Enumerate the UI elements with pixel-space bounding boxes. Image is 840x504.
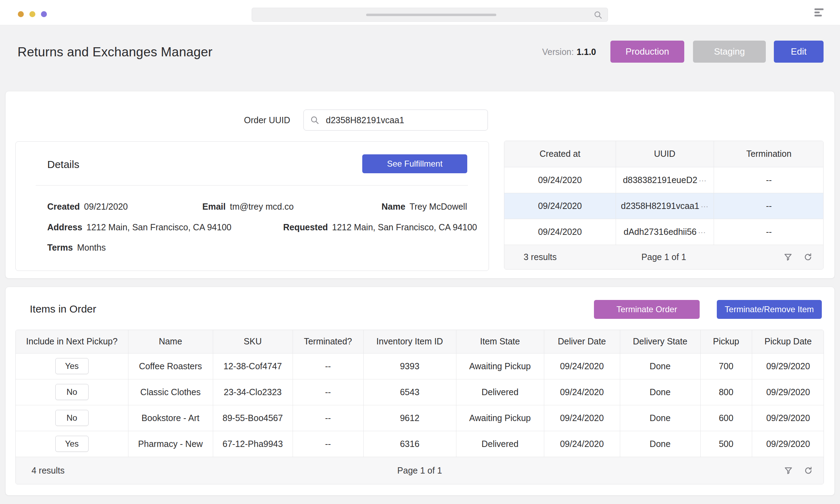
window-controls [18, 11, 47, 17]
field-value: Trey McDowell [410, 202, 467, 211]
cell-created-at: 09/24/2020 [504, 219, 616, 245]
uuid-value: d838382191eueD2 [623, 175, 698, 185]
menu-icon[interactable] [814, 8, 825, 18]
refresh-icon[interactable] [803, 252, 813, 262]
cell-termination: -- [714, 193, 824, 219]
cell-termination: -- [714, 219, 824, 245]
field-value: tm@trey mcd.co [230, 202, 294, 211]
include-toggle-button[interactable]: No [55, 384, 89, 400]
version-info: Version:1.1.0 [542, 47, 596, 57]
orders-table: Created at UUID Termination 09/24/2020 d… [504, 141, 824, 270]
cell-delivery-state: Done [620, 353, 700, 379]
cell-sku: 67-12-Pha9943 [213, 431, 293, 457]
field-label: Name [382, 202, 405, 211]
terminate-remove-item-button[interactable]: Terminate/Remove Item [717, 300, 822, 319]
edit-button[interactable]: Edit [774, 41, 824, 63]
cell-created-at: 09/24/2020 [504, 167, 616, 193]
col-delivery-state: Delivery State [620, 330, 700, 353]
col-terminated: Terminated? [293, 330, 363, 353]
col-name: Name [128, 330, 213, 353]
field-value: 1212 Main, San Francisco, CA 94100 [86, 222, 231, 232]
refresh-icon[interactable] [804, 466, 813, 475]
cell-delivery-state: Done [620, 405, 700, 431]
order-uuid-input-wrap [303, 110, 488, 131]
order-uuid-input[interactable] [326, 115, 473, 125]
col-termination: Termination [714, 141, 824, 167]
cell-item-state: Delivered [456, 431, 544, 457]
cell-created-at: 09/24/2020 [504, 193, 616, 219]
orders-table-footer: 3 results Page 1 of 1 [504, 245, 823, 269]
menu-bar [814, 15, 822, 16]
cell-pickup: 700 [700, 353, 752, 379]
menu-bar [814, 12, 820, 13]
field-name: NameTrey McDowell [382, 202, 467, 212]
browser-chrome [0, 0, 840, 25]
field-terms: TermsMonths [47, 243, 106, 253]
field-email: Emailtm@trey mcd.co [202, 202, 294, 212]
order-overview-card: Order UUID Details See Fulfillment Creat… [5, 91, 835, 279]
cell-item-state: Awaiting Pickup [456, 405, 544, 431]
items-table-footer: 4 results Page 1 of 1 [16, 457, 824, 484]
orders-table-row[interactable]: 09/24/2020 dAdh27316edhii56··· -- [504, 219, 824, 245]
field-requested: Requested1212 Main, San Francisco, CA 94… [283, 222, 477, 232]
order-uuid-label: Order UUID [244, 115, 290, 125]
items-table-row[interactable]: Yes Pharmacy - New 67-12-Pha9943 -- 6316… [16, 431, 824, 457]
divider [36, 185, 468, 186]
window-control-dot-2[interactable] [29, 11, 35, 17]
items-table-row[interactable]: Yes Coffee Roasters 12-38-Cof4747 -- 939… [16, 353, 824, 379]
see-fulfillment-button[interactable]: See Fulfillment [362, 154, 467, 173]
cell-sku: 23-34-Clo2323 [213, 379, 293, 405]
cell-name: Bookstore - Art [128, 405, 213, 431]
cell-sku: 89-55-Boo4567 [213, 405, 293, 431]
window-control-dot-1[interactable] [18, 11, 24, 17]
cell-inventory-item-id: 9393 [363, 353, 456, 379]
orders-header-row: Created at UUID Termination [504, 141, 824, 167]
field-value: Months [77, 243, 106, 252]
col-include: Include in Next Pickup? [16, 330, 128, 353]
cell-deliver-date: 09/24/2020 [544, 353, 620, 379]
items-table: Include in Next Pickup? Name SKU Termina… [15, 330, 824, 484]
cell-delivery-state: Done [620, 431, 700, 457]
col-deliver-date: Deliver Date [544, 330, 620, 353]
url-placeholder-bar [366, 14, 496, 16]
terminate-order-button[interactable]: Terminate Order [594, 300, 700, 319]
items-table-row[interactable]: No Classic Clothes 23-34-Clo2323 -- 6543… [16, 379, 824, 405]
search-icon [310, 115, 320, 125]
cell-pickup-date: 09/29/2020 [752, 379, 824, 405]
cell-pickup: 600 [700, 405, 752, 431]
search-icon [594, 10, 603, 20]
col-created-at: Created at [504, 141, 616, 167]
include-toggle-button[interactable]: No [55, 410, 89, 426]
cell-include: No [16, 405, 128, 431]
cell-pickup-date: 09/29/2020 [752, 405, 824, 431]
cell-terminated: -- [293, 353, 363, 379]
items-table-row[interactable]: No Bookstore - Art 89-55-Boo4567 -- 9612… [16, 405, 824, 431]
details-panel: Details See Fulfillment Created09/21/202… [15, 141, 489, 271]
items-header-row: Include in Next Pickup? Name SKU Termina… [16, 330, 824, 353]
filter-icon[interactable] [784, 466, 793, 475]
uuid-value: d2358H82191vcaa1 [621, 201, 699, 211]
overflow-ellipsis: ··· [698, 228, 706, 237]
window-control-dot-3[interactable] [41, 11, 47, 17]
field-value: 1212 Main, San Francisco, CA 94100 [332, 222, 477, 232]
cell-terminated: -- [293, 405, 363, 431]
cell-inventory-item-id: 6316 [363, 431, 456, 457]
staging-button[interactable]: Staging [693, 41, 766, 63]
browser-address-bar[interactable] [252, 8, 608, 22]
filter-icon[interactable] [783, 252, 793, 262]
production-button[interactable]: Production [610, 41, 684, 63]
cell-item-state: Delivered [456, 379, 544, 405]
col-pickup-date: Pickup Date [752, 330, 824, 353]
cell-uuid: dAdh27316edhii56··· [616, 219, 714, 245]
include-toggle-button[interactable]: Yes [55, 436, 89, 452]
items-card: Items in Order Terminate Order Terminate… [5, 287, 835, 496]
orders-table-row[interactable]: 09/24/2020 d838382191eueD2··· -- [504, 167, 824, 193]
details-title: Details [47, 159, 79, 170]
cell-delivery-state: Done [620, 379, 700, 405]
version-value: 1.1.0 [576, 47, 596, 57]
include-toggle-button[interactable]: Yes [55, 358, 89, 374]
orders-table-row-selected[interactable]: 09/24/2020 d2358H82191vcaa1··· -- [504, 193, 824, 219]
cell-terminated: -- [293, 379, 363, 405]
col-pickup: Pickup [700, 330, 752, 353]
cell-deliver-date: 09/24/2020 [544, 431, 620, 457]
